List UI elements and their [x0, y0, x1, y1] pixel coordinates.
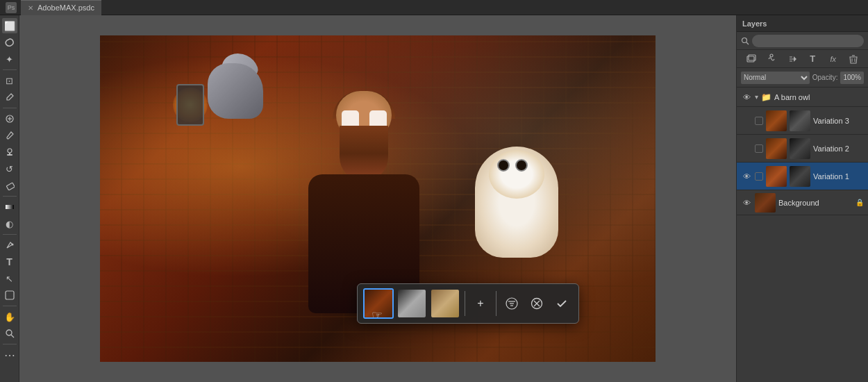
toolbar-divider-4: [3, 234, 17, 235]
zoom-tool-button[interactable]: [2, 326, 17, 341]
cancel-variation-button[interactable]: [526, 292, 548, 315]
owl-figure: [461, 119, 572, 272]
svg-rect-4: [7, 154, 12, 156]
layer-item-background[interactable]: 👁 Background 🔒: [737, 190, 868, 215]
tab-label: AdobeMAX.psdc: [37, 3, 94, 12]
layers-search-input[interactable]: [752, 35, 864, 47]
svg-line-11: [11, 335, 14, 338]
layer-variation3-eye[interactable]: 👁: [741, 115, 752, 126]
main-area: ⬜ ✦ ⊡ ↺ ◐ T ↖: [0, 15, 868, 382]
dragon-decoration: [201, 49, 270, 133]
left-toolbar: ⬜ ✦ ⊡ ↺ ◐ T ↖: [0, 15, 19, 382]
layer-variation2-thumb: [766, 138, 787, 159]
pen-tool-button[interactable]: [2, 238, 17, 253]
brush-tool-button[interactable]: [2, 128, 17, 143]
layer-item-variation3[interactable]: 👁 Variation 3: [737, 107, 868, 135]
healing-tool-button[interactable]: [2, 111, 17, 126]
owl-eye-right: [515, 159, 528, 172]
layer-background-eye[interactable]: 👁: [741, 197, 752, 208]
svg-line-20: [746, 42, 749, 44]
delete-layer-icon[interactable]: [847, 53, 860, 65]
layer-item-variation2[interactable]: 👁 Variation 2: [737, 135, 868, 163]
marquee-tool-button[interactable]: ⬜: [2, 18, 17, 33]
layer-variation1-mask: [790, 166, 810, 187]
layer-group-header[interactable]: 👁 ▾ 📁 A barn owl: [737, 88, 868, 107]
text-layer-icon[interactable]: T: [806, 53, 819, 65]
add-variation-button[interactable]: +: [469, 292, 492, 315]
variation-settings-button[interactable]: [501, 292, 523, 315]
svg-point-23: [770, 54, 773, 57]
svg-marker-24: [794, 56, 796, 62]
lantern-body: [176, 84, 204, 126]
layer-group-name: A barn owl: [774, 93, 810, 101]
layer-variation1-name: Variation 1: [813, 172, 864, 181]
svg-rect-5: [9, 153, 10, 154]
gradient-tool-button[interactable]: [2, 199, 17, 215]
svg-point-10: [6, 330, 12, 335]
stamp-tool-button[interactable]: [2, 144, 17, 160]
text-tool-button[interactable]: T: [2, 254, 17, 269]
toolbar-divider-6: [3, 344, 17, 344]
svg-point-19: [742, 38, 747, 42]
opacity-value[interactable]: 100%: [840, 72, 864, 84]
variation-thumb-1[interactable]: ☞: [363, 288, 394, 319]
canvas-image: ☞ +: [100, 35, 656, 362]
variation-thumb-2[interactable]: [397, 288, 427, 319]
toolbar-divider-1: [3, 69, 17, 70]
layer-variation2-eye[interactable]: 👁: [741, 143, 752, 154]
layer-variation2-checkbox[interactable]: [755, 144, 763, 153]
eraser-tool-button[interactable]: [2, 178, 17, 193]
history-brush-tool-button[interactable]: ↺: [2, 161, 17, 176]
ps-logo: Ps: [6, 2, 17, 13]
layer-group-eye-icon[interactable]: 👁: [741, 92, 752, 103]
link-layers-icon[interactable]: [786, 53, 799, 65]
layer-background-name: Background: [778, 199, 853, 207]
dragon-body: [208, 63, 263, 119]
layer-folder-icon: 📁: [761, 92, 771, 102]
variation-popup: ☞ +: [357, 283, 579, 324]
magic-wand-tool-button[interactable]: ✦: [2, 51, 17, 67]
lasso-tool-button[interactable]: [2, 35, 17, 50]
layer-variation1-eye[interactable]: 👁: [741, 171, 752, 182]
svg-rect-7: [6, 205, 14, 209]
search-icon: [741, 37, 749, 45]
layer-lock-icon: 🔒: [856, 199, 864, 206]
more-tools-button[interactable]: ⋯: [2, 347, 17, 363]
canvas-area: ☞ +: [19, 15, 736, 382]
layers-search-row: [737, 32, 868, 50]
tab-close-button[interactable]: ✕: [28, 4, 33, 12]
path-selection-tool-button[interactable]: ↖: [2, 271, 17, 286]
popup-divider-2: [496, 291, 496, 316]
layer-variation3-name: Variation 3: [813, 117, 864, 125]
toolbar-divider-5: [3, 306, 17, 306]
shape-tool-button[interactable]: [2, 288, 17, 303]
blend-mode-select[interactable]: Normal: [741, 72, 810, 84]
layer-group-expand-icon[interactable]: ▾: [755, 93, 758, 101]
edit-adjustment-icon[interactable]: [765, 53, 778, 65]
confirm-variation-button[interactable]: [551, 292, 573, 315]
owl-eye-left: [497, 159, 510, 172]
svg-rect-9: [6, 291, 14, 299]
svg-point-8: [11, 244, 13, 246]
layer-variation2-name: Variation 2: [813, 144, 864, 153]
layer-background-thumb: [755, 193, 776, 213]
blend-opacity-row: Normal Opacity: 100%: [737, 68, 868, 88]
svg-rect-6: [6, 183, 15, 190]
layer-variation3-checkbox[interactable]: [755, 117, 763, 125]
layer-variation3-mask: [790, 110, 810, 131]
layer-item-variation1[interactable]: 👁 Variation 1: [737, 163, 868, 190]
layers-icon-row: T fx: [737, 50, 868, 68]
hand-cursor-icon: ☞: [372, 308, 383, 319]
fx-icon[interactable]: fx: [827, 53, 840, 65]
document-tab[interactable]: ✕ AdobeMAX.psdc: [21, 0, 101, 15]
dodge-tool-button[interactable]: ◐: [2, 216, 17, 231]
layer-variation1-checkbox[interactable]: [755, 172, 763, 181]
hand-tool-button[interactable]: ✋: [2, 309, 17, 324]
new-layer-set-icon[interactable]: [745, 53, 758, 65]
crop-tool-button[interactable]: ⊡: [2, 73, 17, 88]
layer-variation2-mask: [790, 138, 810, 159]
viking-beard: [340, 126, 388, 181]
layers-panel-title: Layers: [742, 19, 767, 28]
variation-thumb-3[interactable]: [430, 288, 460, 319]
eyedropper-tool-button[interactable]: [2, 90, 17, 105]
